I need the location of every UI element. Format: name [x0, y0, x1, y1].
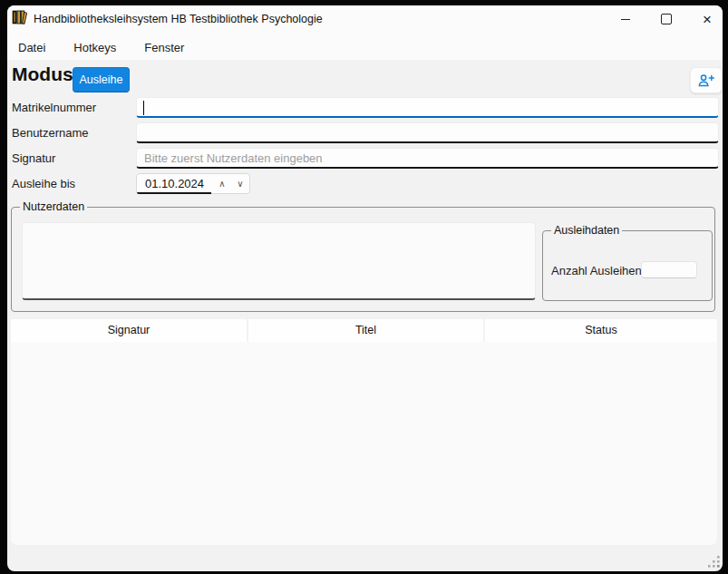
- spin-down-icon[interactable]: ∨: [231, 174, 249, 193]
- window-title: Handbibliotheksleihsystem HB Testbibliot…: [34, 5, 323, 33]
- signatur-field-wrap: [136, 148, 719, 169]
- menu-item-hotkeys[interactable]: Hotkeys: [72, 38, 118, 58]
- menu-bar: Datei Hotkeys Fenster: [16, 38, 186, 58]
- anzahl-ausleihen-input[interactable]: [641, 261, 697, 278]
- date-value: 01.10.2024: [137, 177, 213, 190]
- minimize-icon: [621, 19, 630, 20]
- mode-heading: Modus: [12, 63, 73, 85]
- maximize-button[interactable]: [651, 5, 682, 33]
- label-matrikelnummer: Matrikelnummer: [12, 97, 96, 118]
- minimize-button[interactable]: [610, 5, 641, 33]
- spin-up-icon[interactable]: ∧: [213, 174, 231, 193]
- date-underline: [137, 192, 211, 194]
- ausleihdaten-group: Ausleihdaten Anzahl Ausleihen: [542, 230, 713, 301]
- books-icon: [12, 9, 28, 25]
- benutzername-input[interactable]: [137, 123, 718, 141]
- app-window: Handbibliotheksleihsystem HB Testbibliot…: [7, 5, 723, 571]
- menu-item-fenster[interactable]: Fenster: [142, 38, 186, 58]
- nutzerdaten-textarea[interactable]: [22, 222, 536, 300]
- ausleihdaten-group-title: Ausleihdaten: [551, 224, 622, 237]
- label-benutzername: Benutzername: [12, 122, 89, 143]
- label-signatur: Signatur: [12, 148, 55, 169]
- maximize-icon: [661, 14, 672, 24]
- resize-grip[interactable]: [707, 555, 722, 569]
- title-bar: Handbibliotheksleihsystem HB Testbibliot…: [7, 5, 723, 33]
- ausleihe-bis-datepicker[interactable]: 01.10.2024 ∧ ∨: [136, 173, 250, 194]
- matrikelnummer-input[interactable]: [137, 98, 718, 116]
- column-header-titel[interactable]: Titel: [248, 319, 483, 342]
- column-header-status[interactable]: Status: [485, 319, 717, 342]
- menu-item-datei[interactable]: Datei: [16, 38, 47, 58]
- matrikelnummer-field-wrap: [136, 97, 719, 118]
- person-add-icon: [697, 73, 715, 89]
- nutzerdaten-group-title: Nutzerdaten: [20, 200, 87, 213]
- mode-ausleihe-button[interactable]: Ausleihe: [73, 67, 130, 92]
- nutzerdaten-group: Nutzerdaten Ausleihdaten Anzahl Ausleihe…: [11, 207, 715, 312]
- signatur-input[interactable]: [137, 149, 718, 167]
- table-body: [11, 342, 717, 545]
- text-caret: [143, 101, 144, 115]
- close-icon: ×: [703, 12, 712, 27]
- anzahl-ausleihen-label: Anzahl Ausleihen: [551, 264, 642, 277]
- add-user-button[interactable]: [690, 67, 723, 93]
- table-header: Signatur Titel Status: [11, 319, 717, 342]
- label-ausleihe-bis: Ausleihe bis: [12, 173, 75, 194]
- benutzername-field-wrap: [136, 122, 719, 143]
- close-button[interactable]: ×: [692, 5, 723, 33]
- column-header-signatur[interactable]: Signatur: [11, 319, 247, 342]
